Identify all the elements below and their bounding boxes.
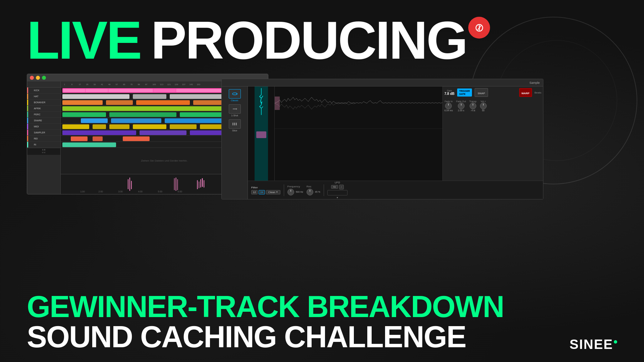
track-item-kick[interactable]: KICK [27,87,60,94]
trigger-gate-btn[interactable]: TRIGGER GATE [457,88,472,97]
track-item-snare[interactable]: SNARE [27,118,60,124]
svg-rect-26 [236,123,237,125]
plugin-panel: Sample Classic [221,79,543,199]
svg-marker-23 [236,108,237,110]
track-item-sampler[interactable]: SAMPLER [27,130,60,136]
svg-text:2:00: 2:00 [98,190,103,193]
track-item-bonkker[interactable]: BONKKER [27,100,60,106]
control-row-2: Fade In 6.54 ms Fade Out 2.00 s Transp [444,100,541,112]
volume: Vol < 50 [480,100,487,112]
lfo-display [327,190,347,195]
transpose-knob[interactable] [470,103,476,109]
maximize-btn[interactable] [42,76,46,80]
snap-btn[interactable]: SNAP [475,88,488,97]
sample-label: Sample [529,81,540,84]
classic-label: Classic [231,99,238,102]
res-section: Res 45 % [307,185,320,195]
transpose: Transp -4 st [469,100,477,112]
track-item-hat[interactable]: HAT [27,94,60,100]
subtitle-line1: GEWINNER-TRACK BREAKDOWN [27,292,617,322]
svg-rect-24 [232,123,233,125]
oneshot-mode-btn[interactable]: 1-Shot [229,104,241,117]
slice-mode-btn[interactable]: Slice [229,119,241,132]
res-knob[interactable] [307,189,313,195]
svg-text:4:00: 4:00 [138,190,143,193]
track-list: KICK HAT BONKKER AFRIK [27,81,61,194]
title-producing: PRODUCING [151,10,467,70]
title-live: LIVE [27,13,141,67]
bottom-section: GEWINNER-TRACK BREAKDOWN SOUND CACHING C… [0,285,644,362]
close-btn[interactable] [30,76,34,80]
lfo-note-btn[interactable]: ♪ [339,185,344,189]
gain-display: Gain 7.8 dB [444,89,454,96]
filter-val2[interactable]: 24 [259,190,265,194]
track-item-ri[interactable]: RI [27,142,60,148]
sinee-logo: SINEE [570,337,617,352]
plugin-header: Sample [222,79,543,86]
oneshot-label: 1-Shot [231,114,238,117]
lfo-dropdown[interactable]: ▼ [334,196,341,199]
svg-rect-25 [234,123,235,125]
track-item-perc[interactable]: PERC [27,112,60,118]
frequency-knob[interactable] [287,189,294,195]
sinee-dot [614,340,617,344]
filter-section: Filter 12 24 Clean ▼ Freque [248,181,543,199]
svg-text:3:00: 3:00 [118,190,123,193]
filter-val1[interactable]: 12 [251,190,258,194]
title-section: LIVE PRODUCING [0,0,644,74]
subtitle-line2: SOUND CACHING CHALLENGE [27,322,617,352]
track-item-afrik[interactable]: AFRIK [27,106,60,112]
lfo-section: LFO Hz ♪ ▼ [327,181,347,199]
gain-value: 7.8 dB [444,92,454,96]
control-row-1: Gain 7.8 dB TRIGGER GATE SNAP [444,88,541,97]
beats-label: Beats [535,91,541,94]
track-item-rei[interactable]: REI [27,136,60,142]
middle-section: KICK HAT BONKKER AFRIK [0,74,644,285]
slice-label: Slice [232,129,237,132]
fade-in-knob[interactable] [445,103,452,109]
filter-controls: Filter 12 24 Clean ▼ [251,186,280,194]
svg-text:5:00: 5:00 [158,190,162,193]
classic-mode-btn[interactable]: Classic [229,89,241,102]
volume-knob[interactable] [480,103,487,109]
warp-btn[interactable]: WARP [519,88,532,97]
svg-text:6:00: 6:00 [177,190,182,193]
fade-out-knob[interactable] [458,103,465,109]
track-item-midi[interactable]: MIDI [27,124,60,130]
mode-buttons: Classic 1-Shot [222,86,248,199]
clean-dropdown[interactable]: Clean ▼ [266,190,280,194]
main-container: LIVE PRODUCING [0,0,644,362]
minimize-btn[interactable] [36,76,40,80]
frequency-section: Frequency 500 Hz [287,185,303,195]
fade-in: Fade In 6.54 ms [444,100,453,112]
svg-text:1:00: 1:00 [80,190,85,193]
fade-out: Fade Out 2.00 s [456,100,466,112]
svg-rect-29 [275,97,280,110]
record-icon [468,17,490,39]
